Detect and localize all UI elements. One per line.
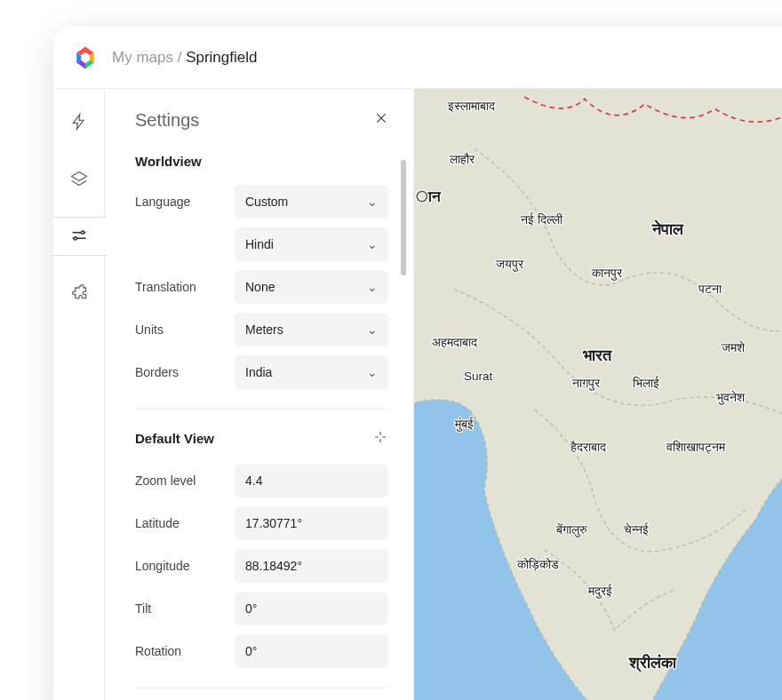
- map-label: जयपुर: [496, 258, 523, 272]
- app-logo: [73, 45, 98, 70]
- label-translation: Translation: [135, 280, 227, 294]
- row-tilt: Tilt 0°: [135, 592, 388, 625]
- tool-rail: [53, 89, 105, 700]
- layers-icon: [70, 170, 88, 187]
- field-tilt[interactable]: 0°: [235, 592, 388, 625]
- map-label: Surat: [464, 370, 492, 383]
- map-label: लाहौर: [450, 153, 475, 167]
- map-label: जमशे: [722, 341, 745, 355]
- defaultview-heading-row: Default View: [135, 429, 388, 448]
- breadcrumb-sep: /: [173, 49, 186, 66]
- defaultview-heading: Default View: [135, 431, 214, 446]
- row-language: Language Custom ⌄: [135, 185, 388, 219]
- map-label: कोड़िकोड: [517, 558, 559, 572]
- map-label: श्रीलंका: [629, 654, 676, 672]
- row-borders: Borders India ⌄: [135, 355, 388, 389]
- settings-panel: Settings Worldview Language Custom ⌄ Hin…: [105, 89, 414, 700]
- puzzle-icon: [70, 283, 88, 301]
- rail-settings-button[interactable]: [64, 220, 94, 251]
- map-label: ान: [416, 188, 441, 206]
- map-label: बेंगालुरु: [556, 523, 587, 537]
- field-lat-value: 17.30771°: [245, 516, 302, 530]
- panel-scrollbar[interactable]: [401, 160, 406, 275]
- select-language-value-text: Hindi: [245, 237, 274, 251]
- label-borders: Borders: [135, 365, 227, 379]
- select-translation[interactable]: None ⌄: [235, 270, 388, 304]
- map-label: मुंबई: [455, 418, 474, 432]
- map-label: नई दिल्ली: [521, 213, 563, 227]
- lightning-icon: [70, 113, 88, 131]
- field-tilt-value: 0°: [245, 601, 257, 616]
- rail-plugins-button[interactable]: [64, 277, 94, 307]
- map-label: हैदराबाद: [571, 441, 606, 455]
- row-zoom: Zoom level 4.4: [135, 464, 388, 497]
- chevron-down-icon: ⌄: [367, 322, 378, 337]
- row-lon: Longitude 88.18492°: [135, 549, 388, 583]
- sliders-icon: [70, 227, 88, 244]
- map-label: वशिाखापट्नम: [666, 441, 725, 455]
- map-label: नेपाल: [652, 220, 683, 239]
- map-label: कानपुर: [592, 266, 622, 281]
- map-label: भारत: [583, 346, 611, 365]
- select-language-value[interactable]: Hindi ⌄: [235, 227, 388, 261]
- crosshair-icon: [372, 429, 388, 445]
- label-language: Language: [135, 195, 227, 209]
- label-lon: Longitude: [135, 559, 227, 573]
- map-label: भुवनेश: [716, 391, 745, 405]
- crosshair-button[interactable]: [372, 429, 388, 448]
- select-language-mode-value: Custom: [245, 195, 288, 209]
- chevron-down-icon: ⌄: [367, 365, 378, 379]
- rail-help-button[interactable]: [64, 696, 94, 700]
- close-panel-button[interactable]: [374, 111, 388, 130]
- select-units-value: Meters: [245, 322, 283, 337]
- map-label: अहमदाबाद: [432, 336, 477, 350]
- app-window: My maps / Springfield Settin: [53, 27, 782, 700]
- panel-title: Settings: [135, 110, 199, 131]
- select-borders-value: India: [245, 365, 272, 379]
- panel-title-row: Settings: [135, 110, 388, 131]
- app-body: Settings Worldview Language Custom ⌄ Hin…: [53, 89, 782, 700]
- worldview-heading: Worldview: [135, 154, 388, 169]
- map-canvas[interactable]: इस्लामाबादलाहौराननई दिल्लीनेपालजयपुरकानप…: [414, 89, 782, 700]
- field-zoom-value: 4.4: [245, 473, 262, 488]
- label-tilt: Tilt: [135, 601, 227, 616]
- label-lat: Latitude: [135, 516, 227, 530]
- field-lon[interactable]: 88.18492°: [235, 549, 388, 583]
- select-translation-value: None: [245, 280, 275, 294]
- divider: [135, 688, 388, 688]
- field-zoom[interactable]: 4.4: [235, 464, 388, 497]
- select-units[interactable]: Meters ⌄: [235, 313, 388, 346]
- map-label: नागपुर: [572, 377, 600, 391]
- map-label: पटना: [698, 282, 722, 297]
- rail-lightning-button[interactable]: [64, 107, 94, 137]
- close-icon: [374, 111, 388, 125]
- row-lat: Latitude 17.30771°: [135, 506, 388, 540]
- field-rotation-value: 0°: [245, 644, 257, 658]
- select-language-mode[interactable]: Custom ⌄: [235, 185, 388, 219]
- field-lon-value: 88.18492°: [245, 559, 302, 573]
- label-rotation: Rotation: [135, 644, 227, 658]
- map-label: चेन्नई: [624, 523, 649, 537]
- chevron-down-icon: ⌄: [367, 237, 378, 251]
- svg-point-7: [81, 231, 84, 234]
- chevron-down-icon: ⌄: [367, 195, 378, 209]
- label-zoom: Zoom level: [135, 473, 227, 488]
- row-language2: Hindi ⌄: [135, 227, 388, 261]
- breadcrumb[interactable]: My maps / Springfield: [112, 49, 257, 67]
- map-label: मदुरई: [588, 585, 612, 599]
- field-rotation[interactable]: 0°: [235, 634, 388, 668]
- breadcrumb-parent[interactable]: My maps: [112, 49, 173, 66]
- divider: [135, 409, 388, 410]
- field-lat[interactable]: 17.30771°: [235, 506, 388, 540]
- row-translation: Translation None ⌄: [135, 270, 388, 304]
- label-units: Units: [135, 322, 227, 337]
- map-label: इस्लामाबाद: [448, 99, 495, 114]
- header: My maps / Springfield: [53, 27, 782, 89]
- chevron-down-icon: ⌄: [367, 280, 378, 294]
- map-label: भिलाई: [633, 377, 659, 391]
- breadcrumb-current[interactable]: Springfield: [186, 49, 257, 66]
- select-borders[interactable]: India ⌄: [235, 355, 388, 389]
- row-units: Units Meters ⌄: [135, 313, 388, 346]
- rail-layers-button[interactable]: [64, 163, 94, 194]
- row-rotation: Rotation 0°: [135, 634, 388, 668]
